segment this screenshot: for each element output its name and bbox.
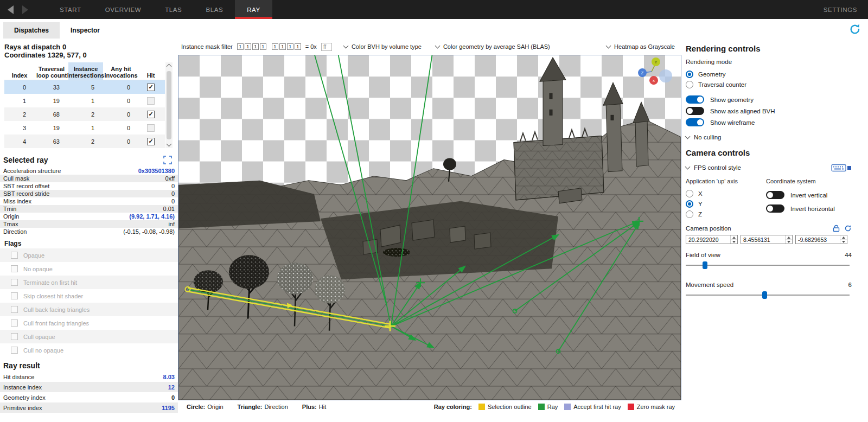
keyboard-icon[interactable]: [831, 163, 852, 172]
toggle-switch-icon: [766, 204, 784, 213]
render-modes: GeometryTraversal counter: [686, 69, 852, 89]
mask-bit-4[interactable]: 1: [272, 43, 278, 50]
column-header-2[interactable]: Instance intersections: [68, 62, 103, 80]
dropdown-color-geometry-by-average-sah-blas[interactable]: Color geometry by average SAH (BLAS): [436, 43, 550, 50]
spinner[interactable]: [785, 235, 792, 244]
main-tab-overview[interactable]: OVERVIEW: [93, 0, 154, 19]
field-label: Cull mask: [3, 175, 29, 182]
column-header-4[interactable]: Hit: [139, 62, 163, 80]
main-tab-ray[interactable]: RAY: [235, 0, 272, 19]
viewport[interactable]: Y Z x: [178, 55, 681, 400]
viewport-scene[interactable]: Y Z x: [178, 55, 681, 400]
svg-text:Y: Y: [654, 60, 658, 65]
subtab-dispatches[interactable]: Dispatches: [3, 22, 60, 39]
control-style-dropdown[interactable]: FPS control style: [686, 163, 852, 172]
subtab-inspector[interactable]: Inspector: [60, 22, 111, 39]
flag-checkbox[interactable]: [11, 306, 18, 313]
flag-checkbox[interactable]: [11, 279, 18, 286]
camera-position-input-0[interactable]: 20.2922020: [686, 235, 738, 244]
table-scrollbar[interactable]: [165, 62, 173, 148]
forward-arrow-icon[interactable]: [22, 5, 28, 14]
mask-bit-6[interactable]: 1: [287, 43, 293, 50]
spinner-down-icon[interactable]: [786, 240, 792, 244]
hit-checkbox[interactable]: ✓: [147, 84, 155, 91]
column-header-0[interactable]: Index: [4, 62, 35, 80]
table-row[interactable]: 46320✓: [4, 135, 165, 148]
spinner-up-icon[interactable]: [786, 235, 792, 240]
main-tab-start[interactable]: START: [48, 0, 93, 19]
settings-button[interactable]: SETTINGS: [824, 0, 868, 19]
mask-bit-0[interactable]: 1: [237, 43, 244, 50]
legend-key: Circle:: [187, 404, 205, 410]
spinner[interactable]: [730, 235, 737, 244]
flag-checkbox[interactable]: [11, 333, 18, 340]
hit-checkbox[interactable]: [147, 124, 155, 132]
mask-hex-input[interactable]: ff: [321, 43, 332, 51]
viewport-dropdowns: Color BVH by volume typeColor geometry b…: [344, 43, 677, 50]
hit-checkbox[interactable]: ✓: [147, 111, 155, 118]
toggle-invert-vertical[interactable]: Invert vertical: [766, 188, 852, 202]
flag-checkbox[interactable]: [11, 252, 18, 259]
scrollbar-thumb[interactable]: [167, 71, 171, 139]
flag-checkbox[interactable]: [11, 347, 18, 354]
toggle-show-geometry[interactable]: Show geometry: [686, 94, 852, 105]
main-tab-blas[interactable]: BLAS: [194, 0, 235, 19]
fov-slider-handle[interactable]: [703, 261, 707, 269]
flag-checkbox[interactable]: [11, 265, 18, 272]
dropdown-heatmap-as-grayscale[interactable]: Heatmap as Grayscale: [607, 43, 675, 50]
flag-label: Cull back facing triangles: [23, 306, 90, 313]
column-header-1[interactable]: Traversal loop count: [35, 62, 68, 80]
fov-slider[interactable]: [686, 261, 852, 270]
table-row[interactable]: 26820✓: [4, 107, 165, 121]
coordinates-title: Coordinates 1329, 577, 0: [0, 51, 178, 59]
dropdown-color-bvh-by-volume-type[interactable]: Color BVH by volume type: [344, 43, 422, 50]
toggle-show-axis-aligned-bvh[interactable]: Show axis aligned BVH: [686, 105, 852, 117]
mask-bit-3[interactable]: 1: [260, 43, 266, 50]
scroll-up-icon[interactable]: [167, 64, 172, 69]
spinner-down-icon[interactable]: [731, 240, 737, 244]
scroll-down-icon[interactable]: [167, 142, 172, 147]
cell-index: 3: [4, 125, 35, 131]
flag-checkbox[interactable]: [11, 319, 18, 327]
hit-checkbox[interactable]: [147, 97, 155, 105]
spinner-up-icon[interactable]: [840, 235, 847, 240]
column-header-3[interactable]: Any hit invocations: [103, 62, 139, 80]
toggle-invert-horizontal[interactable]: Invert horizontal: [766, 202, 852, 215]
radio-z[interactable]: Z: [686, 209, 766, 219]
reset-position-icon[interactable]: [844, 225, 852, 232]
spinner-up-icon[interactable]: [731, 235, 737, 240]
mask-bit-7[interactable]: 1: [295, 43, 301, 50]
legend-colors: Selection outlineRayAccept first hit ray…: [478, 404, 675, 410]
viewport-legend: Circle:OriginTriangle:DirectionPlus:Hit …: [178, 400, 681, 413]
mask-bit-5[interactable]: 1: [279, 43, 286, 50]
flag-opaque: Opaque: [0, 248, 178, 262]
table-row[interactable]: 11910: [4, 94, 165, 107]
radio-icon: [686, 200, 693, 208]
refresh-icon[interactable]: [848, 23, 861, 36]
flag-label: Terminate on first hit: [23, 279, 77, 286]
mask-bit-1[interactable]: 1: [245, 43, 251, 50]
flag-checkbox[interactable]: [11, 292, 18, 299]
speed-slider-handle[interactable]: [762, 291, 767, 299]
lock-icon[interactable]: [833, 225, 840, 232]
pixel-selection-icon[interactable]: [163, 155, 173, 165]
table-row[interactable]: 31910: [4, 121, 165, 135]
legend-key: Triangle:: [238, 404, 263, 410]
culling-dropdown[interactable]: No culling: [686, 134, 852, 140]
main-tab-tlas[interactable]: TLAS: [153, 0, 194, 19]
movement-speed-slider[interactable]: [686, 291, 852, 299]
radio-traversal-counter[interactable]: Traversal counter: [686, 79, 852, 89]
radio-x[interactable]: X: [686, 188, 766, 199]
mask-bit-2[interactable]: 1: [252, 43, 259, 50]
spinner[interactable]: [840, 235, 847, 244]
camera-position-input-2[interactable]: -9.6829653: [795, 235, 847, 244]
camera-position-input-1[interactable]: 8.4556131: [741, 235, 793, 244]
table-row[interactable]: 03350✓: [4, 80, 165, 94]
toggle-show-wireframe[interactable]: Show wireframe: [686, 117, 852, 128]
hit-checkbox[interactable]: ✓: [147, 138, 155, 145]
radio-y[interactable]: Y: [686, 199, 766, 209]
back-arrow-icon[interactable]: [8, 5, 14, 14]
radio-geometry[interactable]: Geometry: [686, 69, 852, 79]
field-geometry-index: Geometry index0: [0, 392, 178, 402]
spinner-down-icon[interactable]: [840, 240, 847, 244]
